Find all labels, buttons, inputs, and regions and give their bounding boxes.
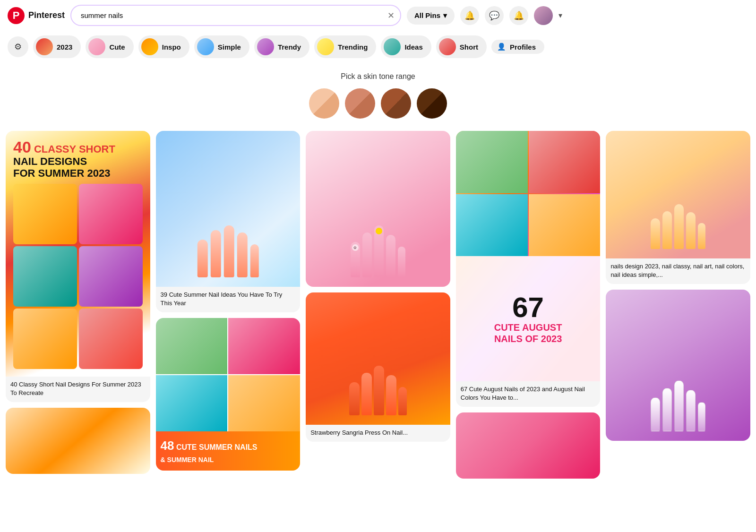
account-chevron-icon[interactable]: ▾ (558, 11, 562, 20)
pin-image-5b (606, 290, 750, 441)
header-icons: 🔔 💬 🔔 ▾ (460, 6, 562, 25)
pin-card-4b[interactable] (456, 412, 601, 479)
pin-caption-1: 40 Classy Short Nail Designs For Summer … (6, 377, 150, 402)
pin-card-2b[interactable]: 48 CUTE SUMMER NAILS& SUMMER NAIL (156, 318, 301, 471)
pin-image-2b (156, 318, 301, 431)
skin-tone-title: Pick a skin tone range (8, 72, 748, 81)
chip-label-trendy: Trendy (278, 43, 301, 51)
pin-card-1[interactable]: 40 CLASSY SHORT NAIL DESIGNSFOR SUMMER 2… (6, 131, 150, 402)
search-bar-container: ✕ (70, 5, 401, 26)
pin-caption-2b: 48 CUTE SUMMER NAILS& SUMMER NAIL (156, 431, 301, 471)
pin-image-4b (456, 412, 601, 479)
search-input[interactable] (70, 5, 401, 26)
chip-label-short: Short (460, 43, 478, 51)
pin-image-5 (606, 131, 750, 258)
pin-caption-4: 67 Cute August Nails of 2023 and August … (456, 381, 601, 407)
chip-label-profiles: Profiles (510, 43, 536, 51)
filter-chip-short[interactable]: Short (436, 35, 487, 58)
profiles-person-icon: 👤 (497, 43, 506, 51)
chip-img-trending (317, 38, 334, 55)
chip-img-inspo (141, 38, 158, 55)
filter-chip-inspo[interactable]: Inspo (138, 35, 189, 58)
chip-label-trending: Trending (338, 43, 368, 51)
pin-image-1: 40 CLASSY SHORT NAIL DESIGNSFOR SUMMER 2… (6, 131, 150, 377)
filter-chip-2023[interactable]: 2023 (33, 35, 81, 58)
chip-label-simple: Simple (218, 43, 241, 51)
skin-tone-section: Pick a skin tone range (0, 63, 756, 123)
pin-card-4[interactable]: 67 CUTE AUGUSTNAILS OF 2023 67 Cute Augu… (456, 131, 601, 407)
filter-chip-trendy[interactable]: Trendy (254, 35, 309, 58)
pin-card-5[interactable]: nails design 2023, nail classy, nail art… (606, 131, 750, 284)
filter-chip-cute[interactable]: Cute (86, 35, 133, 58)
chip-label-ideas: Ideas (404, 43, 422, 51)
pin-caption-5: nails design 2023, nail classy, nail art… (606, 258, 750, 284)
messages-icon[interactable]: 💬 (485, 6, 504, 25)
chip-img-trendy (257, 38, 274, 55)
all-pins-button[interactable]: All Pins ▾ (407, 7, 455, 25)
header: P Pinterest ✕ All Pins ▾ 🔔 💬 🔔 ▾ (0, 0, 756, 31)
skin-tone-light[interactable] (309, 88, 339, 119)
chevron-down-icon: ▾ (443, 11, 447, 20)
skin-tone-medium[interactable] (381, 88, 411, 119)
skin-tone-medium-light[interactable] (345, 88, 375, 119)
chip-img-2023 (36, 38, 53, 55)
pin-card-3b[interactable]: Strawberry Sangria Press On Nail... (306, 292, 450, 442)
skin-tone-dark[interactable] (417, 88, 447, 119)
search-clear-icon[interactable]: ✕ (387, 10, 395, 21)
bell-icon[interactable]: 🔔 (509, 6, 528, 25)
chip-label-inspo: Inspo (162, 43, 181, 51)
chip-img-simple (197, 38, 214, 55)
pinterest-logo-icon: P (8, 7, 25, 24)
filter-chip-profiles[interactable]: 👤 Profiles (491, 40, 544, 54)
chip-img-cute (88, 38, 105, 55)
pin-grid: 40 CLASSY SHORT NAIL DESIGNSFOR SUMMER 2… (0, 123, 756, 486)
pin-card-1b[interactable] (6, 408, 150, 474)
pin-image-2 (156, 131, 301, 287)
chip-label-2023: 2023 (57, 43, 72, 51)
filter-settings-button[interactable]: ⚙ (8, 36, 28, 57)
pin-card-2[interactable]: 39 Cute Summer Nail Ideas You Have To Tr… (156, 131, 301, 312)
pin-image-3: ✿ (306, 131, 450, 287)
pin-card-3[interactable]: ✿ (306, 131, 450, 287)
pin-image-1b (6, 408, 150, 474)
logo-text: Pinterest (28, 10, 65, 20)
filter-chip-trending[interactable]: Trending (314, 35, 376, 58)
notifications-icon[interactable]: 🔔 (460, 6, 479, 25)
pin-caption-2: 39 Cute Summer Nail Ideas You Have To Tr… (156, 287, 301, 312)
chip-img-ideas (384, 38, 401, 55)
chip-img-short (439, 38, 456, 55)
logo[interactable]: P Pinterest (8, 7, 65, 24)
skin-tone-options (8, 88, 748, 119)
pin-card-5b[interactable] (606, 290, 750, 441)
avatar[interactable] (534, 6, 553, 25)
filter-bar: ⚙ 2023 Cute Inspo Simple Trendy Trending… (0, 31, 756, 63)
pin-caption-3b: Strawberry Sangria Press On Nail... (306, 425, 450, 442)
pin-image-3b (306, 292, 450, 425)
pin-image-4: 67 CUTE AUGUSTNAILS OF 2023 (456, 131, 601, 381)
all-pins-label: All Pins (414, 11, 440, 19)
filter-chip-ideas[interactable]: Ideas (381, 35, 431, 58)
filter-chip-simple[interactable]: Simple (194, 35, 249, 58)
chip-label-cute: Cute (109, 43, 125, 51)
